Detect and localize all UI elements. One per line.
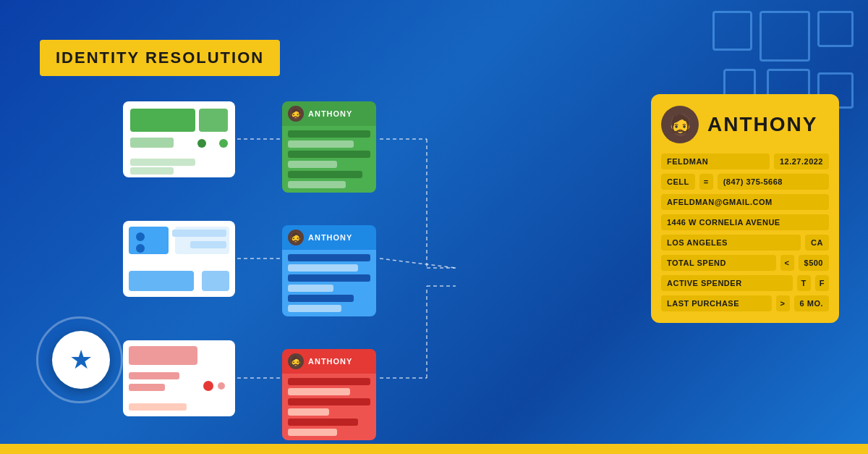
green-dot1 xyxy=(197,139,206,148)
green-pline4 xyxy=(288,161,337,168)
blue-block-bot-right xyxy=(202,271,229,291)
red-dot2 xyxy=(218,382,225,390)
identity-active-t: T xyxy=(797,275,811,291)
green-pline6 xyxy=(288,181,346,188)
blue-line2 xyxy=(190,241,226,248)
identity-name: ANTHONY xyxy=(707,113,817,136)
profile-card-green-body xyxy=(282,126,376,193)
identity-panel: 🧔 ANTHONY FELDMAN 12.27.2022 CELL = (847… xyxy=(651,94,839,323)
red-dot1 xyxy=(203,381,213,391)
red-line2 xyxy=(129,384,165,391)
blue-block-bot xyxy=(129,271,194,291)
blue-pline5 xyxy=(288,295,354,302)
identity-fields: FELDMAN 12.27.2022 CELL = (847) 375-5668… xyxy=(661,154,829,311)
green-dot2 xyxy=(219,139,228,148)
green-block-mid xyxy=(130,138,174,148)
blue-block-top-left xyxy=(129,227,169,254)
identity-state: CA xyxy=(805,235,829,251)
profile-cards: 🧔 ANTHONY 🧔 ANTHONY xyxy=(282,101,376,440)
identity-row-cell: CELL = (847) 375-5668 xyxy=(661,174,829,190)
identity-last-name: FELDMAN xyxy=(661,154,770,169)
identity-city: LOS ANGELES xyxy=(661,235,801,251)
red-pline3 xyxy=(288,398,370,405)
blue-pline3 xyxy=(288,274,370,282)
identity-purchase-value: 6 MO. xyxy=(794,295,829,311)
red-pline2 xyxy=(288,388,350,395)
blue-dot1 xyxy=(136,232,145,241)
profile-card-red: 🧔 ANTHONY xyxy=(282,349,376,440)
green-pline5 xyxy=(288,171,362,178)
profile-avatar-blue: 🧔 xyxy=(288,230,304,245)
title-badge: IDENTITY RESOLUTION xyxy=(40,40,280,76)
identity-active-label: ACTIVE SPENDER xyxy=(661,275,793,291)
identity-spend-value: $500 xyxy=(799,255,829,271)
red-pline5 xyxy=(288,419,358,426)
red-line3 xyxy=(129,403,187,411)
identity-cell-label: CELL xyxy=(661,174,695,190)
blue-pline4 xyxy=(288,285,333,292)
identity-header: 🧔 ANTHONY xyxy=(661,106,829,143)
source-card-red xyxy=(123,340,235,416)
profile-avatar-red: 🧔 xyxy=(288,353,304,369)
green-pline1 xyxy=(288,130,370,138)
profile-name-red: ANTHONY xyxy=(308,357,352,366)
red-line1 xyxy=(129,372,179,379)
profile-name-green: ANTHONY xyxy=(308,109,352,118)
green-block-top-right xyxy=(199,109,228,132)
identity-row-name: FELDMAN 12.27.2022 xyxy=(661,154,829,169)
profile-card-red-header: 🧔 ANTHONY xyxy=(282,349,376,374)
blue-pline1 xyxy=(288,254,370,261)
bottom-bar xyxy=(0,444,868,454)
identity-date: 12.27.2022 xyxy=(774,154,829,169)
profile-card-red-body xyxy=(282,374,376,440)
source-card-blue xyxy=(123,221,235,297)
star-badge: ★ xyxy=(52,331,110,389)
identity-active-f: F xyxy=(815,275,829,291)
identity-purchase-label: LAST PURCHASE xyxy=(661,295,772,311)
green-pline2 xyxy=(288,140,354,148)
identity-avatar-icon: 🧔 xyxy=(668,113,693,137)
green-line1 xyxy=(130,159,195,166)
star-icon: ★ xyxy=(69,345,93,375)
main-area: 🧔 ANTHONY 🧔 ANTHONY xyxy=(123,101,854,440)
identity-spend-label: TOTAL SPEND xyxy=(661,255,776,271)
blue-line1 xyxy=(172,230,226,237)
profile-card-blue-header: 🧔 ANTHONY xyxy=(282,225,376,250)
source-card-green xyxy=(123,101,235,177)
identity-row-purchase: LAST PURCHASE > 6 MO. xyxy=(661,295,829,311)
red-pline1 xyxy=(288,378,370,385)
blue-dot2 xyxy=(136,244,145,253)
profile-card-blue: 🧔 ANTHONY xyxy=(282,225,376,316)
profile-card-green-header: 🧔 ANTHONY xyxy=(282,101,376,126)
profile-card-green: 🧔 ANTHONY xyxy=(282,101,376,193)
blue-pline2 xyxy=(288,264,358,272)
profile-avatar-green: 🧔 xyxy=(288,106,304,122)
green-pline3 xyxy=(288,151,370,158)
identity-row-street: 1446 W CORNELIA AVENUE xyxy=(661,214,829,230)
source-cards xyxy=(123,101,235,416)
identity-row-city: LOS ANGELES CA xyxy=(661,235,829,251)
green-line2 xyxy=(130,167,174,175)
profile-card-blue-body xyxy=(282,250,376,316)
identity-purchase-op: > xyxy=(776,295,790,311)
identity-spend-op: < xyxy=(780,255,794,271)
identity-cell-op: = xyxy=(699,174,713,190)
identity-row-email: AFELDMAN@GMAIL.COM xyxy=(661,194,829,210)
identity-avatar: 🧔 xyxy=(661,106,699,143)
identity-street: 1446 W CORNELIA AVENUE xyxy=(661,214,829,230)
blue-pline6 xyxy=(288,305,341,312)
identity-row-active: ACTIVE SPENDER T F xyxy=(661,275,829,291)
identity-row-spend: TOTAL SPEND < $500 xyxy=(661,255,829,271)
red-block-top xyxy=(129,346,197,365)
profile-name-blue: ANTHONY xyxy=(308,233,352,242)
identity-cell-value: (847) 375-5668 xyxy=(718,174,829,190)
identity-email: AFELDMAN@GMAIL.COM xyxy=(661,194,829,210)
red-pline4 xyxy=(288,408,329,416)
title-text: IDENTITY RESOLUTION xyxy=(56,49,264,67)
svg-line-6 xyxy=(380,258,456,268)
green-block-top xyxy=(130,109,195,132)
red-pline6 xyxy=(288,429,337,436)
